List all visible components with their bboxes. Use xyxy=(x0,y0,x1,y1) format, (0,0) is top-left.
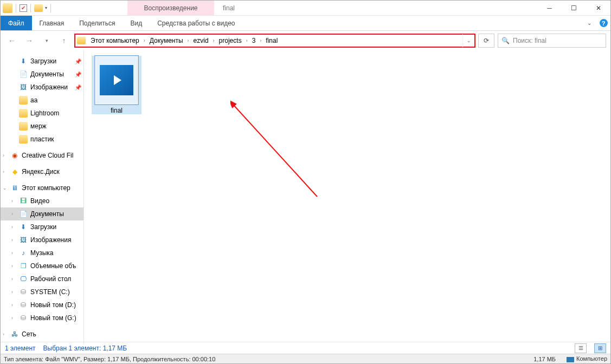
file-item[interactable]: final xyxy=(92,56,142,114)
tree-item[interactable]: ›⬇Загрузки xyxy=(1,220,83,233)
back-button[interactable]: ← xyxy=(5,34,19,48)
tree-item-label: Документы xyxy=(30,210,64,218)
tree-item-label: SYSTEM (C:) xyxy=(30,288,70,296)
breadcrumb-segment[interactable]: Документы xyxy=(147,35,185,47)
minimize-button[interactable]: ─ xyxy=(537,1,562,15)
expand-icon[interactable]: › xyxy=(11,211,13,217)
tree-item[interactable]: Lightroom xyxy=(1,107,83,120)
tree-item[interactable]: ›⛁Новый том (D:) xyxy=(1,298,83,311)
history-dropdown[interactable]: ▾ xyxy=(40,34,54,48)
expand-icon[interactable]: ⌄ xyxy=(3,185,7,191)
drv-icon: ⛁ xyxy=(19,301,28,309)
pin-icon: 📌 xyxy=(75,58,81,64)
tree-item[interactable]: ›◉Creative Cloud Fil xyxy=(1,149,83,162)
view-tab[interactable]: Вид xyxy=(123,16,150,30)
tree-item[interactable]: пластик xyxy=(1,133,83,146)
expand-icon[interactable]: › xyxy=(11,302,13,308)
address-icon xyxy=(75,37,87,44)
search-icon: 🔍 xyxy=(501,37,510,44)
qat-properties-button[interactable]: ✔ xyxy=(20,4,27,12)
share-tab[interactable]: Поделиться xyxy=(72,16,123,30)
tree-item[interactable]: aa xyxy=(1,94,83,107)
net-icon: 🖧 xyxy=(10,330,19,339)
qat-newfolder-button[interactable] xyxy=(34,4,43,12)
tree-item-label: Изображени xyxy=(30,83,68,91)
tree-item[interactable]: ›♪Музыка xyxy=(1,246,83,259)
svg-line-0 xyxy=(233,105,317,197)
expand-icon[interactable]: › xyxy=(11,237,13,243)
tree-item[interactable]: ⬇Загрузки📌 xyxy=(1,55,83,68)
expand-icon[interactable]: › xyxy=(3,169,4,174)
up-button[interactable]: ↑ xyxy=(57,34,71,48)
search-box[interactable]: 🔍 Поиск: final xyxy=(498,34,606,48)
expand-icon[interactable]: › xyxy=(11,276,13,282)
chevron-right-icon[interactable]: › xyxy=(245,38,249,43)
breadcrumb-segment[interactable]: ezvid xyxy=(191,35,211,47)
app-icon[interactable] xyxy=(3,3,12,13)
tree-item-label: Загрузки xyxy=(30,223,56,231)
tree-item[interactable]: ›◆Яндекс.Диск xyxy=(1,165,83,178)
expand-icon[interactable]: › xyxy=(11,315,13,321)
chevron-right-icon[interactable]: › xyxy=(212,38,216,43)
expand-icon[interactable]: › xyxy=(11,198,13,204)
breadcrumb-segment[interactable]: final xyxy=(263,35,280,47)
home-tab[interactable]: Главная xyxy=(32,16,72,30)
help-icon: ? xyxy=(600,19,608,27)
expand-icon[interactable]: › xyxy=(3,332,4,337)
qat-dropdown-icon[interactable]: ▾ xyxy=(45,5,47,10)
tree-item[interactable]: ›🎞Видео xyxy=(1,194,83,207)
close-button[interactable]: ✕ xyxy=(586,1,610,15)
file-pane[interactable]: final xyxy=(84,50,610,344)
file-tab[interactable]: Файл xyxy=(1,16,32,30)
tree-item-label: мерж xyxy=(30,122,47,130)
tree-item-label: Загрузки xyxy=(30,57,56,65)
expand-icon[interactable]: › xyxy=(11,250,13,256)
breadcrumb-segment[interactable]: Этот компьютер xyxy=(88,35,142,47)
navigation-tree[interactable]: ⬇Загрузки📌📄Документы📌🖼Изображени📌aaLight… xyxy=(1,50,84,344)
ribbon-expand-button[interactable]: ⌄ xyxy=(582,16,596,30)
separator xyxy=(30,4,31,12)
details-text: Тип элемента: Файл "WMV", Размер: 1,17 М… xyxy=(4,356,215,362)
navigation-row: ← → ▾ ↑ Этот компьютер›Документы›ezvid›p… xyxy=(1,31,610,50)
tree-item[interactable]: ⌄🖥Этот компьютер xyxy=(1,181,83,194)
tree-item[interactable]: ›🖵Рабочий стол xyxy=(1,272,83,285)
obj-icon: ❒ xyxy=(19,262,28,270)
tree-item[interactable]: ›❒Объемные объ xyxy=(1,259,83,272)
video-tools-tab[interactable]: Средства работы с видео xyxy=(150,16,242,30)
expand-icon[interactable]: › xyxy=(11,224,13,230)
maximize-button[interactable]: ☐ xyxy=(562,1,586,15)
expand-icon[interactable]: › xyxy=(3,153,4,158)
forward-button[interactable]: → xyxy=(22,34,36,48)
chevron-right-icon[interactable]: › xyxy=(259,38,262,43)
refresh-button[interactable]: ⟳ xyxy=(478,34,494,48)
ribbon-tabs: Файл Главная Поделиться Вид Средства раб… xyxy=(1,16,610,31)
tree-item[interactable]: мерж xyxy=(1,120,83,133)
chevron-right-icon[interactable]: › xyxy=(143,38,146,43)
address-bar[interactable]: Этот компьютер›Документы›ezvid›projects›… xyxy=(74,34,475,48)
pin-icon: 📌 xyxy=(75,84,81,90)
tree-item[interactable]: ›📄Документы xyxy=(1,207,83,220)
breadcrumb-segment[interactable]: 3 xyxy=(250,35,258,47)
img-icon: 🖼 xyxy=(19,83,28,92)
tree-item[interactable]: ›⛁Новый том (G:) xyxy=(1,311,83,324)
tree-item[interactable]: 📄Документы📌 xyxy=(1,68,83,81)
tree-item[interactable]: ›🖼Изображения xyxy=(1,233,83,246)
img-icon: 🖼 xyxy=(19,236,28,244)
tree-item-label: Музыка xyxy=(30,249,53,257)
pc-icon: 🖥 xyxy=(10,184,19,192)
breadcrumb: Этот компьютер›Документы›ezvid›projects›… xyxy=(87,35,280,47)
tree-item[interactable]: ›⛁SYSTEM (C:) xyxy=(1,285,83,298)
chevron-right-icon[interactable]: › xyxy=(186,38,190,43)
expand-icon[interactable]: › xyxy=(11,263,13,269)
tree-item-label: Изображения xyxy=(30,236,71,244)
help-button[interactable]: ? xyxy=(596,16,610,30)
tree-item[interactable]: ›🖧Сеть xyxy=(1,328,83,341)
tree-item[interactable]: 🖼Изображени📌 xyxy=(1,81,83,94)
status-bar: 1 элемент Выбран 1 элемент: 1,17 МБ ☰ ⊞ xyxy=(1,342,610,354)
address-dropdown[interactable]: ⌄ xyxy=(462,34,474,47)
view-details-button[interactable]: ☰ xyxy=(575,343,587,353)
view-icons-button[interactable]: ⊞ xyxy=(594,343,606,353)
expand-icon[interactable]: › xyxy=(11,289,13,295)
folder-icon xyxy=(19,109,28,118)
breadcrumb-segment[interactable]: projects xyxy=(217,35,244,47)
